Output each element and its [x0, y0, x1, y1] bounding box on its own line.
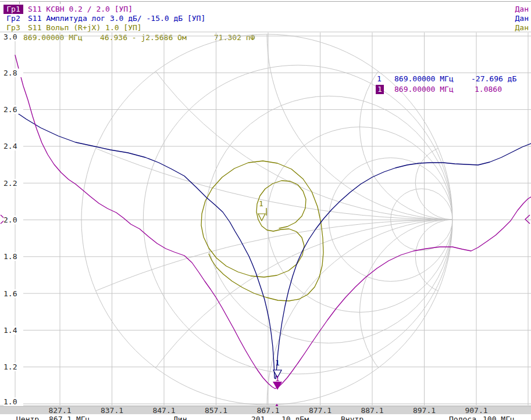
status-span-value[interactable]: 100 МГц: [483, 415, 515, 420]
y-axis-label: 1.8: [3, 252, 23, 261]
frequency-tick-label: 837.1: [92, 407, 133, 415]
frequency-tick-label: 827.1: [40, 407, 80, 415]
trace3-smith-curve: [201, 161, 323, 301]
trace1-vswr-curve: [15, 55, 531, 389]
status-center-label[interactable]: Центр: [16, 415, 39, 420]
marker1-active-badge: 1: [376, 85, 384, 94]
frequency-tick-label: 907.1: [456, 407, 497, 415]
status-power[interactable]: 10 дБм: [281, 415, 309, 420]
status-sweep-type[interactable]: Лин: [173, 415, 187, 420]
channel-status-bar: Центр 867.1 МГц Лин 201 10 дБм Внутр Пол…: [0, 414, 531, 420]
y-axis-label: 2.8: [3, 69, 23, 77]
frequency-axis-band: 827.1837.1847.1857.1867.1877.1887.1897.1…: [0, 406, 531, 414]
y-axis-label: 3.0: [3, 33, 23, 41]
frequency-tick-label: 877.1: [300, 407, 341, 415]
frequency-tick-label: 847.1: [144, 407, 184, 415]
y-axis-label: 2.6: [3, 105, 23, 114]
y-axis-label: 1.6: [3, 289, 23, 298]
frequency-tick-label: 897.1: [404, 407, 445, 415]
y-axis-label: 1.2: [3, 362, 23, 371]
status-center-value[interactable]: 867.1 МГц: [49, 415, 90, 420]
frequency-tick-label: 887.1: [352, 407, 393, 415]
frequency-tick-label: 857.1: [196, 407, 237, 415]
status-span-label[interactable]: Полоса: [449, 415, 476, 420]
marker1-vswr-readout: 1: [376, 85, 384, 94]
marker1-number: 1: [377, 74, 382, 83]
marker1-vswr-frequency: 869.00000 МГц: [394, 85, 454, 94]
marker1-vswr-plot-label[interactable]: 1: [273, 375, 282, 383]
status-points[interactable]: 201: [251, 415, 265, 420]
marker1-logmag-readout: 1: [377, 74, 382, 84]
marker1-smith-plot-label[interactable]: 1: [256, 200, 266, 208]
marker1-vswr-value: 1.0860: [475, 85, 502, 94]
y-axis-label: 2.2: [3, 179, 23, 188]
y-axis-label: 2.4: [3, 142, 23, 150]
marker1-logmag-plot-label[interactable]: 1: [273, 359, 282, 367]
marker1-logmag-value: -27.696 дБ: [471, 74, 516, 84]
y-axis-label: 1.4: [3, 326, 23, 335]
frequency-tick-label: 867.1: [248, 407, 288, 415]
y-axis-label: 1.0: [3, 397, 23, 406]
status-trigger[interactable]: Внутр: [341, 415, 363, 420]
vna-screen: { "colors": { "trace1": "#990099", "trac…: [0, 0, 531, 420]
smith-chart-grid: [0, 0, 531, 420]
y-axis-label: 2.0: [3, 216, 23, 224]
ref-level-indicator-right[interactable]: [525, 215, 530, 224]
trace2-logmag-curve: [15, 112, 531, 379]
marker1-vswr-triangle[interactable]: [273, 382, 282, 390]
marker1-logmag-frequency: 869.00000 МГц: [394, 74, 454, 84]
plot-area[interactable]: [0, 0, 531, 420]
